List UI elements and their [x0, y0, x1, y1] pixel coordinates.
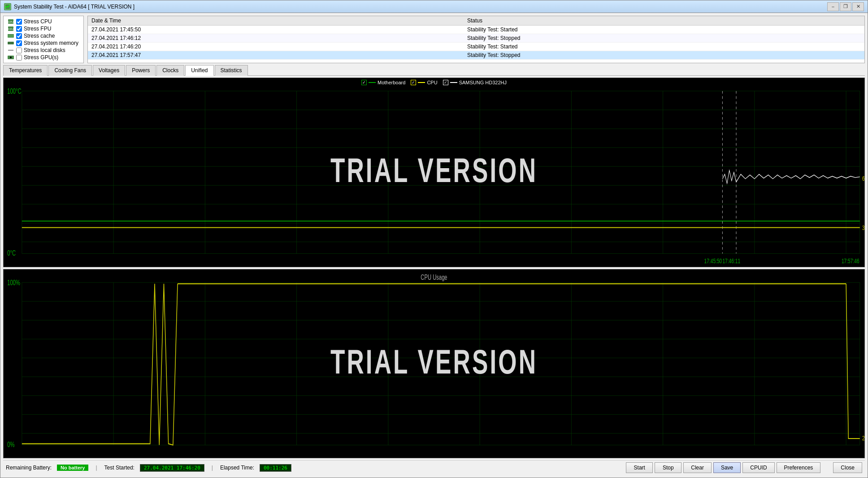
stress-disks-checkbox[interactable]	[16, 48, 22, 53]
stress-cpu-item: CPU Stress CPU	[7, 18, 80, 25]
tab-clocks[interactable]: Clocks	[156, 65, 184, 76]
stress-fpu-checkbox[interactable]	[16, 26, 22, 32]
elapsed-time-label: Elapsed Time:	[220, 465, 254, 471]
svg-text:39: 39	[862, 225, 864, 232]
close-button[interactable]: Close	[833, 462, 862, 473]
cache-icon	[7, 33, 14, 39]
col-status: Status	[464, 16, 864, 26]
svg-text:TRIAL VERSION: TRIAL VERSION	[330, 152, 538, 189]
disk-icon	[7, 47, 14, 53]
test-started-value: 27.04.2021 17:46:20	[140, 464, 204, 472]
chart-tabs: TemperaturesCooling FansVoltagesPowersCl…	[3, 65, 865, 76]
svg-point-15	[10, 56, 12, 58]
tab-temperatures[interactable]: Temperatures	[3, 65, 48, 76]
svg-text:0%: 0%	[7, 440, 14, 448]
log-table-row[interactable]: 27.04.2021 17:45:50 Stability Test: Star…	[88, 26, 864, 34]
col-datetime: Date & Time	[88, 16, 464, 26]
temperature-chart: 100°C 0°C 64 39 17:45:50 17:46:11 17:57:…	[3, 78, 865, 267]
log-datetime: 27.04.2021 17:45:50	[88, 26, 464, 34]
stress-memory-checkbox[interactable]	[16, 40, 22, 46]
fpu-icon: FPU	[7, 26, 14, 32]
title-bar: System Stability Test - AIDA64 [ TRIAL V…	[0, 0, 868, 13]
svg-text:100%: 100%	[7, 278, 20, 286]
close-window-button[interactable]: ✕	[852, 2, 864, 11]
svg-rect-5	[8, 34, 14, 38]
log-datetime: 27.04.2021 17:46:20	[88, 43, 464, 51]
stress-gpu-item: Stress GPU(s)	[7, 54, 80, 61]
svg-text:2%: 2%	[862, 435, 864, 442]
stop-button[interactable]: Stop	[655, 462, 681, 473]
log-table-row[interactable]: 27.04.2021 17:46:12 Stability Test: Stop…	[88, 34, 864, 43]
stress-cpu-checkbox[interactable]	[16, 19, 22, 25]
minimize-button[interactable]: −	[827, 2, 839, 11]
stress-fpu-label: Stress FPU	[24, 26, 51, 32]
tab-cooling-fans[interactable]: Cooling Fans	[48, 65, 92, 76]
svg-text:FPU: FPU	[8, 28, 13, 30]
legend-cpu: ✓ CPU	[411, 80, 437, 85]
legend-motherboard: ✓ Motherboard	[361, 80, 405, 85]
main-window: System Stability Test - AIDA64 [ TRIAL V…	[0, 0, 868, 478]
tab-powers[interactable]: Powers	[126, 65, 156, 76]
save-button[interactable]: Save	[713, 462, 741, 473]
legend-motherboard-label: Motherboard	[378, 80, 405, 85]
stress-gpu-label: Stress GPU(s)	[24, 54, 58, 61]
battery-value: No battery	[57, 465, 88, 471]
log-status: Stability Test: Stopped	[464, 51, 864, 60]
stress-memory-label: Stress system memory	[24, 40, 78, 46]
temp-chart-svg: 100°C 0°C 64 39 17:45:50 17:46:11 17:57:…	[4, 78, 864, 267]
gpu-icon	[7, 54, 14, 61]
window-title: System Stability Test - AIDA64 [ TRIAL V…	[14, 4, 827, 10]
stress-options-panel: CPU Stress CPU FPU Stress FPU	[3, 16, 84, 63]
log-status: Stability Test: Started	[464, 26, 864, 34]
stress-cpu-label: Stress CPU	[24, 18, 52, 25]
cpu-icon: CPU	[7, 18, 14, 25]
svg-text:CPU: CPU	[8, 21, 14, 23]
tab-voltages[interactable]: Voltages	[93, 65, 125, 76]
cpu-chart-svg: 100% 0% 2% TRIAL VERSION CPU Usage	[4, 269, 864, 458]
stress-memory-item: Stress system memory	[7, 39, 80, 47]
tab-statistics[interactable]: Statistics	[215, 65, 248, 76]
log-table-row[interactable]: 27.04.2021 17:57:47 Stability Test: Stop…	[88, 51, 864, 60]
legend-hdd-label: SAMSUNG HD322HJ	[459, 80, 507, 85]
log-datetime: 27.04.2021 17:57:47	[88, 51, 464, 60]
log-table: Date & Time Status 27.04.2021 17:45:50 S…	[87, 16, 865, 63]
start-button[interactable]: Start	[626, 462, 653, 473]
temp-chart-legend: ✓ Motherboard ✓ CPU ✓ SAMSUNG HD322HJ	[361, 80, 507, 85]
restore-button[interactable]: ❐	[840, 2, 851, 11]
cpu-usage-chart: 100% 0% 2% TRIAL VERSION CPU Usage	[3, 269, 865, 459]
elapsed-value: 00:11:26	[260, 464, 291, 472]
log-table-row[interactable]: 27.04.2021 17:46:20 Stability Test: Star…	[88, 43, 864, 51]
svg-text:CPU Usage: CPU Usage	[421, 274, 447, 281]
cpuid-button[interactable]: CPUID	[742, 462, 774, 473]
svg-text:17:57:46: 17:57:46	[842, 258, 859, 265]
main-content: CPU Stress CPU FPU Stress FPU	[0, 13, 868, 478]
stress-cache-label: Stress cache	[24, 33, 55, 39]
legend-hdd: ✓ SAMSUNG HD322HJ	[443, 80, 507, 85]
svg-text:TRIAL VERSION: TRIAL VERSION	[330, 343, 538, 380]
stress-fpu-item: FPU Stress FPU	[7, 25, 80, 32]
app-icon	[4, 3, 11, 10]
preferences-button[interactable]: Preferences	[777, 462, 821, 473]
charts-section: 100°C 0°C 64 39 17:45:50 17:46:11 17:57:…	[3, 78, 865, 458]
stress-cache-item: Stress cache	[7, 32, 80, 39]
stress-cache-checkbox[interactable]	[16, 33, 22, 39]
stress-disks-label: Stress local disks	[24, 47, 65, 53]
legend-cpu-label: CPU	[427, 80, 437, 85]
stress-gpu-checkbox[interactable]	[16, 55, 22, 61]
action-buttons: Start Stop Clear Save CPUID Preferences …	[626, 462, 862, 473]
remaining-battery-label: Remaining Battery:	[6, 465, 52, 471]
window-controls: − ❐ ✕	[827, 2, 864, 11]
bottom-status-bar: Remaining Battery: No battery | Test Sta…	[3, 460, 865, 475]
svg-text:100°C: 100°C	[7, 87, 21, 95]
clear-button[interactable]: Clear	[683, 462, 712, 473]
svg-text:0°C: 0°C	[7, 249, 16, 257]
memory-icon	[7, 40, 14, 46]
log-status: Stability Test: Stopped	[464, 34, 864, 43]
stress-disks-item: Stress local disks	[7, 47, 80, 54]
tab-unified[interactable]: Unified	[185, 65, 213, 76]
test-started-label: Test Started:	[104, 465, 135, 471]
top-section: CPU Stress CPU FPU Stress FPU	[3, 16, 865, 63]
log-status: Stability Test: Started	[464, 43, 864, 51]
log-datetime: 27.04.2021 17:46:12	[88, 34, 464, 43]
svg-text:64: 64	[862, 175, 864, 182]
